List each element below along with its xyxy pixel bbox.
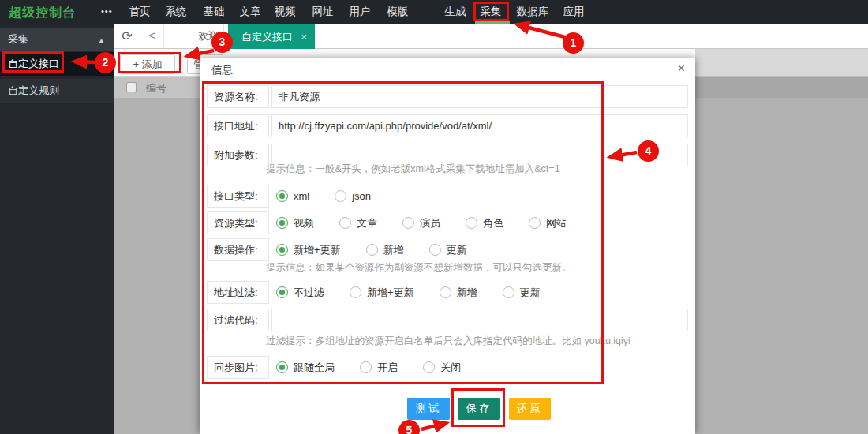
radio-option-follow-global[interactable]: 跟随全局 <box>276 361 335 375</box>
radio-option-json[interactable]: json <box>335 190 371 202</box>
sidebar-group-collect[interactable]: 采集 ▲ <box>0 28 114 51</box>
back-icon[interactable]: < <box>140 24 163 48</box>
filter-hint: 过滤提示：多组地址的资源开启白名单后只会入库指定代码的地址。比如 youku,i… <box>266 335 630 348</box>
api-type-radio-group: xml json <box>276 185 371 208</box>
field-label-data-op: 数据操作: <box>207 238 269 261</box>
radio-label: 文章 <box>357 216 377 230</box>
radio-label: 跟随全局 <box>294 361 335 375</box>
tab-close-icon[interactable]: × <box>301 24 307 49</box>
nav-item-article[interactable]: 文章 <box>238 0 262 24</box>
radio-option-site[interactable]: 网站 <box>529 216 567 230</box>
nav-item-system[interactable]: 系统 <box>164 0 188 24</box>
top-bar: 超级控制台 ••• 首页 系统 基础 文章 视频 网址 用户 模版 生成 采集 … <box>0 0 868 24</box>
radio-label: 新增+更新 <box>367 286 414 300</box>
filter-code-input[interactable] <box>271 309 688 331</box>
nav-item-database[interactable]: 数据库 <box>515 0 550 24</box>
name-input[interactable] <box>271 85 688 108</box>
radio-icon <box>339 217 351 229</box>
radio-option-filter-add[interactable]: 新增 <box>440 286 477 300</box>
field-label-addr-filter: 地址过滤: <box>207 281 269 304</box>
radio-option-no-filter[interactable]: 不过滤 <box>276 286 324 300</box>
app-logo[interactable]: 超级控制台 <box>9 5 76 21</box>
sidebar-item-custom-api[interactable]: 自定义接口 <box>0 52 114 76</box>
tab-bar: ⟳ < 欢迎页面 自定义接口 × <box>114 24 868 49</box>
sidebar-item-custom-rule[interactable]: 自定义规则 <box>0 79 114 103</box>
active-nav-underline <box>475 21 510 24</box>
radio-option-role[interactable]: 角色 <box>466 216 503 230</box>
nav-item-basic[interactable]: 基础 <box>202 0 226 24</box>
refresh-icon[interactable]: ⟳ <box>114 24 140 48</box>
radio-icon <box>366 244 378 256</box>
add-button[interactable]: + 添加 <box>120 54 175 74</box>
field-label-params: 附加参数: <box>207 144 269 166</box>
modal-header: 信息 × <box>200 58 695 80</box>
nav-item-apps[interactable]: 应用 <box>562 0 586 24</box>
nav-item-generate[interactable]: 生成 <box>443 0 467 24</box>
modal-close-icon[interactable]: × <box>678 62 685 76</box>
radio-option-add[interactable]: 新增 <box>366 243 404 257</box>
radio-label: 关闭 <box>440 361 461 375</box>
field-label-name: 资源名称: <box>207 85 269 108</box>
data-op-radio-group: 新增+更新 新增 更新 <box>276 238 467 261</box>
radio-icon <box>429 244 441 256</box>
test-button[interactable]: 测试 <box>407 398 450 420</box>
field-label-sync-img: 同步图片: <box>207 356 269 379</box>
radio-label: 网站 <box>546 216 567 230</box>
radio-label: xml <box>294 190 309 202</box>
radio-icon <box>440 286 451 298</box>
radio-option-off[interactable]: 关闭 <box>423 361 461 375</box>
radio-icon <box>360 361 372 373</box>
radio-label: 角色 <box>483 216 503 230</box>
reset-button[interactable]: 还原 <box>509 398 551 420</box>
radio-selected-icon <box>276 286 288 298</box>
radio-option-xml[interactable]: xml <box>276 190 309 202</box>
radio-option-add-update[interactable]: 新增+更新 <box>276 243 341 257</box>
data-op-hint: 提示信息：如果某个资源作为副资源不想新增数据，可以只勾选更新。 <box>266 261 572 275</box>
modal-title: 信息 <box>211 63 233 77</box>
info-modal: 信息 × 资源名称: 接口地址: 附加参数: 提示信息：一般&开头，例如老版xm… <box>200 58 695 434</box>
field-label-filter-code: 过滤代码: <box>207 309 269 331</box>
radio-label: 演员 <box>420 216 440 230</box>
select-all-checkbox[interactable] <box>126 82 137 92</box>
radio-option-actor[interactable]: 演员 <box>402 216 440 230</box>
radio-label: 视频 <box>294 216 314 230</box>
radio-icon <box>466 217 477 229</box>
nav-item-user[interactable]: 用户 <box>348 0 372 24</box>
nav-item-video[interactable]: 视频 <box>273 0 297 24</box>
api-url-input[interactable] <box>271 114 688 137</box>
column-header-id: 编号 <box>146 81 166 95</box>
nav-item-website[interactable]: 网址 <box>311 0 335 24</box>
radio-selected-icon <box>276 217 288 229</box>
sidebar-group-label: 采集 <box>8 28 28 51</box>
radio-label: json <box>352 190 371 202</box>
radio-option-article[interactable]: 文章 <box>339 216 377 230</box>
field-label-res-type: 资源类型: <box>207 211 269 234</box>
radio-option-on[interactable]: 开启 <box>360 361 398 375</box>
save-button[interactable]: 保存 <box>458 398 500 420</box>
radio-selected-icon <box>276 361 288 373</box>
app-root: 管 + 添加 编号 超级控制台 ••• 首页 系统 基础 文章 视频 网址 用户… <box>0 0 868 434</box>
more-menu-icon[interactable]: ••• <box>101 6 113 16</box>
radio-icon <box>503 286 514 298</box>
sync-img-radio-group: 跟随全局 开启 关闭 <box>276 356 461 379</box>
radio-option-update[interactable]: 更新 <box>429 243 467 257</box>
radio-icon <box>529 217 541 229</box>
toolbar-row-dimmed <box>695 49 868 77</box>
nav-item-home[interactable]: 首页 <box>128 0 152 24</box>
tab-custom-api[interactable]: 自定义接口 × <box>228 24 315 49</box>
addr-filter-radio-group: 不过滤 新增+更新 新增 更新 <box>276 281 541 304</box>
radio-option-video[interactable]: 视频 <box>276 216 314 230</box>
radio-label: 开启 <box>377 361 398 375</box>
field-label-url: 接口地址: <box>207 114 269 137</box>
sidebar: 采集 ▲ 自定义接口 自定义规则 <box>0 24 114 434</box>
radio-icon <box>402 217 414 229</box>
radio-label: 新增+更新 <box>294 243 341 257</box>
nav-item-template[interactable]: 模版 <box>386 0 410 24</box>
radio-icon <box>335 190 346 202</box>
radio-label: 不过滤 <box>294 286 324 300</box>
radio-option-filter-add-update[interactable]: 新增+更新 <box>350 286 414 300</box>
table-header-row-dimmed <box>695 77 868 98</box>
radio-option-filter-update[interactable]: 更新 <box>503 286 541 300</box>
radio-icon <box>350 286 361 298</box>
collapse-arrow-icon: ▲ <box>98 29 105 51</box>
